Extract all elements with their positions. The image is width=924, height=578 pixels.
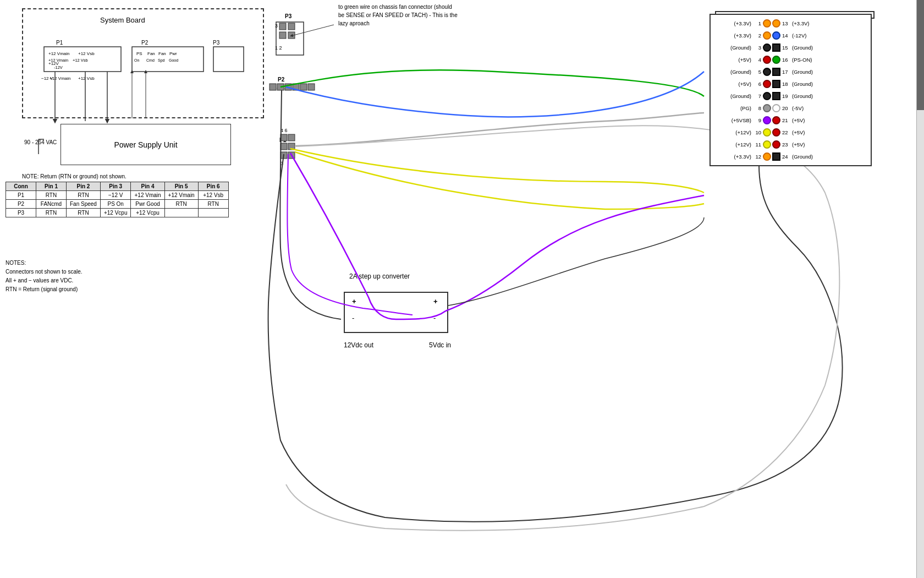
atx-pin-label-right: (-5V) — [790, 105, 829, 111]
atx-pin-number-left: 11 — [754, 141, 762, 148]
pin-table-cell: −12 V — [100, 191, 131, 200]
atx-pin-label-left: (+3.3V) — [714, 32, 754, 39]
pin-table-cell — [164, 209, 198, 217]
atx-pin-label-left: (Ground) — [714, 93, 754, 99]
atx-pin-row: (+12V)1123(+5V) — [714, 139, 867, 150]
svg-rect-32 — [288, 23, 295, 30]
p2-label-sys: P2 — [141, 40, 148, 46]
atx-pin-number-left: 8 — [754, 105, 762, 111]
svg-text:P1: P1 — [279, 137, 287, 143]
notes-section: NOTES:Connectors not shown to scale.All … — [6, 259, 82, 294]
psu-label: Power Supply Unit — [114, 140, 177, 149]
svg-rect-42 — [308, 84, 315, 90]
col-pin6: Pin 6 — [198, 182, 228, 191]
atx-pin-number-right: 20 — [781, 105, 790, 111]
atx-pin-label-left: (Ground) — [714, 45, 754, 51]
atx-pin-circle-left — [763, 128, 771, 137]
system-board-box: System Board P1 P2 P3 — [22, 8, 264, 118]
psu-box: Power Supply Unit — [61, 124, 231, 165]
atx-pin-circle-left — [763, 116, 771, 124]
svg-line-53 — [292, 25, 334, 36]
stepup-minus-right: - — [433, 314, 436, 322]
atx-pin-label-right: (Ground) — [790, 45, 829, 51]
atx-pin-number-right: 22 — [781, 129, 790, 135]
atx-pin-label-left: (+12V) — [714, 141, 754, 148]
svg-rect-37 — [270, 84, 276, 90]
atx-pin-number-left: 6 — [754, 81, 762, 87]
scrollbar-thumb[interactable] — [917, 0, 924, 110]
atx-pin-row: (Ground)315(Ground) — [714, 42, 867, 53]
pin-table-cell: Pwr Good — [131, 200, 164, 209]
note-item: All + and − values are VDC. — [6, 276, 82, 285]
atx-pin-circle-right — [772, 19, 780, 28]
col-pin4: Pin 4 — [131, 182, 164, 191]
pin-table-cell: P3 — [6, 209, 36, 217]
atx-pin-label-right: (-12V) — [790, 32, 829, 39]
atx-pin-label-right: (PS-ON) — [790, 57, 829, 63]
atx-pin-label-right: (Ground) — [790, 154, 829, 160]
atx-pin-circle-left — [763, 31, 771, 40]
atx-pin-circle-left — [763, 92, 771, 100]
svg-rect-49 — [280, 143, 287, 150]
atx-pin-number-left: 10 — [754, 129, 762, 135]
atx-pin-circle-left — [763, 104, 771, 112]
atx-pin-label-right: (+5V) — [790, 129, 829, 135]
pin-table-cell: Fan Speed — [67, 200, 101, 209]
atx-pin-number-right: 13 — [781, 20, 790, 26]
pin-table-cell: RTN — [67, 191, 101, 200]
atx-pin-number-right: 21 — [781, 117, 790, 123]
atx-pin-number-right: 15 — [781, 45, 790, 51]
atx-pin-number-left: 9 — [754, 117, 762, 123]
pin-table-cell: RTN — [164, 200, 198, 209]
atx-pin-number-left: 7 — [754, 93, 762, 99]
atx-pin-number-right: 18 — [781, 81, 790, 87]
p3-label-sys: P3 — [213, 40, 219, 46]
vac-label: 90 - 264 VAC — [24, 139, 57, 145]
atx-pin-number-right: 24 — [781, 154, 790, 160]
atx-pin-circle-right — [772, 31, 780, 40]
pin-table-cell: RTN — [36, 209, 67, 217]
atx-pin-label-right: (+3.3V) — [790, 20, 829, 26]
system-board-label: System Board — [100, 16, 145, 24]
svg-rect-48 — [288, 134, 295, 141]
atx-pin-number-right: 23 — [781, 141, 790, 148]
atx-pin-label-left: (+12V) — [714, 129, 754, 135]
atx-pin-row: (+3.3V)214(-12V) — [714, 30, 867, 41]
atx-pin-circle-left — [763, 140, 771, 149]
pin-table-cell: +12 Vcpu — [131, 209, 164, 217]
note-item: Connectors not shown to scale. — [6, 268, 82, 276]
svg-rect-33 — [279, 32, 286, 39]
pin-table-cell: PS On — [100, 200, 131, 209]
atx-pin-circle-right — [772, 92, 780, 100]
atx-panel: (+3.3V)113(+3.3V)(+3.3V)214(-12V)(Ground… — [710, 14, 872, 166]
svg-rect-51 — [280, 152, 287, 159]
atx-pin-circle-right — [772, 116, 780, 124]
svg-rect-31 — [279, 23, 286, 30]
atx-pin-label-right: (Ground) — [790, 81, 829, 87]
atx-pin-label-left: (PG) — [714, 105, 754, 111]
col-conn: Conn — [6, 182, 36, 191]
svg-text:6 5 4 3 2 1: 6 5 4 3 2 1 — [270, 85, 290, 90]
svg-rect-38 — [277, 84, 284, 90]
svg-rect-47 — [280, 134, 287, 141]
svg-rect-39 — [285, 84, 292, 90]
stepup-minus-left: - — [352, 314, 354, 322]
atx-pin-number-left: 3 — [754, 45, 762, 51]
pin-table: Conn Pin 1 Pin 2 Pin 3 Pin 4 Pin 5 Pin 6… — [6, 182, 229, 217]
atx-pin-circle-right — [772, 80, 780, 88]
scrollbar[interactable] — [916, 0, 924, 578]
atx-pin-number-left: 1 — [754, 20, 762, 26]
atx-pin-circle-left — [763, 152, 771, 161]
atx-pin-circle-right — [772, 43, 780, 52]
atx-pin-label-left: (Ground) — [714, 69, 754, 75]
atx-pin-row: (Ground)719(Ground) — [714, 90, 867, 102]
atx-pin-number-left: 2 — [754, 32, 762, 39]
pin-table-cell: RTN — [36, 191, 67, 200]
atx-pin-row: (+5VSB)921(+5V) — [714, 114, 867, 126]
atx-pin-label-left: (+5V) — [714, 57, 754, 63]
pin-table-cell: +12 Vmain — [131, 191, 164, 200]
svg-text:1  2: 1 2 — [275, 45, 282, 51]
atx-pin-label-right: (+5V) — [790, 141, 829, 148]
atx-pin-number-left: 4 — [754, 57, 762, 63]
stepup-box — [344, 292, 448, 333]
